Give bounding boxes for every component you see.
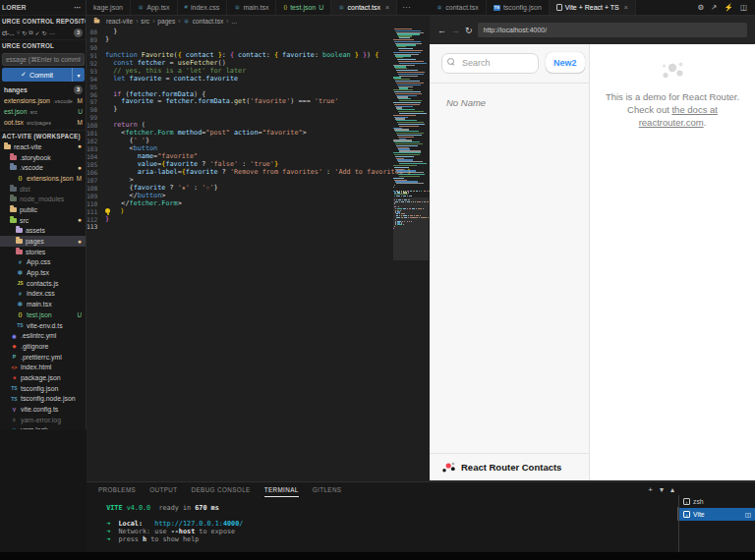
contact-list-item[interactable]: No Name [430,84,589,108]
minimap[interactable] [393,28,429,260]
code-editor[interactable]: 88 }89}9091function Favorite({ contact }… [87,27,430,481]
split-terminal-icon[interactable]: ◫ [745,511,751,519]
terminal-item-vite[interactable]: ›Vite◫ [679,508,755,521]
commit-message-input[interactable] [2,53,85,66]
scm-change-row[interactable]: oot.tsxsrc/pagesM [0,117,86,128]
gear-icon[interactable]: ⚙ [698,3,705,12]
tree-item-app-tsx[interactable]: ⚛App.tsx [0,267,86,278]
tab-app-tsx[interactable]: ⚛App.tsx [131,0,178,15]
panel-tab-problems[interactable]: PROBLEMS [98,482,136,497]
breadcrumb-item[interactable]: ... [232,18,238,25]
minimap-viewport[interactable] [393,197,429,260]
tree-item-yarn-error-log[interactable]: ≡yarn-error.log [0,415,86,425]
new-terminal-icon[interactable]: + [648,485,653,494]
workspace-header[interactable]: ACT-VITE (WORKSPACE) [0,130,86,141]
tree-item-tsconfig-node-json[interactable]: TStsconfig.node.json [0,394,86,405]
url-input[interactable] [478,23,747,37]
tree-item-vite-config-ts[interactable]: Vvite.config.ts [0,404,86,415]
tree-item-app-css[interactable]: #App.css [0,257,86,268]
refresh-icon[interactable]: ↻ [42,29,47,36]
external-icon[interactable]: ↗ [711,3,717,12]
panel-tab-output[interactable]: OUTPUT [149,482,177,497]
tree-item-index-css[interactable]: #index.css [0,289,86,300]
line-number: 88 [87,28,105,36]
new-contact-button[interactable]: New2 [546,52,585,73]
tab-contact-tsx[interactable]: ⚛contact.tsx [430,0,487,15]
panel-tab-debug-console[interactable]: DEBUG CONSOLE [192,482,251,497]
forward-icon[interactable]: → [451,26,460,35]
terminal-item-zsh[interactable]: ›zsh [679,495,755,508]
close-icon[interactable]: × [624,4,628,11]
tree-item-label: dist [20,186,30,193]
tree-item-pages[interactable]: pages● [0,236,86,247]
lightning-icon[interactable]: ⚡ [725,3,733,12]
search-input[interactable] [441,53,539,74]
back-icon[interactable]: ← [437,26,446,35]
tree-item-stories[interactable]: stories [0,247,86,257]
refresh-icon[interactable]: ↻ [22,29,27,36]
changes-section-row[interactable]: hanges 3 [0,84,86,95]
tree-item-assets[interactable]: assets [0,226,86,237]
terminal-output[interactable]: VITE v4.0.0 ready in 670 ms ➜ Local: htt… [98,504,243,543]
tab-tsconfig-json[interactable]: TStsconfig.json [487,0,550,15]
scm-change-row[interactable]: extensions.json.vscodeM [0,95,86,106]
breadcrumb[interactable]: react-vite›src›pages›⚛contact.tsx›... [87,16,430,27]
tab-vite---react---ts[interactable]: Vite + React + TS× [550,0,636,15]
tree-item-tsconfig-json[interactable]: TStsconfig.json [0,383,86,394]
panel-tab-gitlens[interactable]: GITLENS [313,482,342,497]
close-icon[interactable]: × [385,4,389,11]
tabs-overflow-icon[interactable]: ⋯ [397,0,415,15]
terminal-dropdown-icon[interactable]: ▾ [660,485,664,494]
tree-item-public[interactable]: public [0,204,86,215]
breadcrumb-item[interactable]: react-vite [106,18,133,25]
check-icon[interactable]: ✓ [35,29,40,36]
repository-row[interactable]: ct-... ⑂↻⧉✓↻⋯ 3 [0,27,86,39]
tree-item--eslintrc-yml[interactable]: ◉.eslintrc.yml [0,330,86,341]
commit-button-main[interactable]: ✓ Commit [2,68,73,82]
panel-tab-terminal[interactable]: TERMINAL [264,482,299,497]
tree-item-main-tsx[interactable]: ⚛main.tsx [0,299,86,309]
commit-button[interactable]: ✓ Commit ▾ [2,68,85,82]
lightbulb-icon[interactable] [105,208,110,213]
tree-item-contacts-js[interactable]: JScontacts.js [0,278,86,289]
tree-item-node-modules[interactable]: node_modules [0,194,86,204]
scm-repositories-header[interactable]: URCE CONTROL REPOSITORIES [0,15,86,27]
split-icon[interactable]: ◫ [740,3,747,12]
more-icon[interactable]: ⋯ [74,4,81,12]
commit-dropdown-button[interactable]: ▾ [73,68,85,82]
tab-label: test.json [290,4,316,11]
tree-item--gitignore[interactable]: ◆.gitignore [0,341,86,352]
tab-contact-tsx[interactable]: ⚛contact.tsx× [331,0,397,15]
tree-item--vscode[interactable]: .vscode● [0,162,86,173]
tree-item-vite-env-d-ts[interactable]: TSvite-env.d.ts [0,320,86,331]
maximize-panel-icon[interactable]: ▴ [670,485,674,494]
tree-item-package-json[interactable]: ■package.json [0,372,86,383]
tree-item-label: .storybook [20,154,51,161]
folder-icon [10,187,17,192]
breadcrumb-item[interactable]: src [141,18,149,25]
tree-item--prettierrc-yml[interactable]: P.prettierrc.yml [0,352,86,363]
breadcrumb-item[interactable]: pages [157,18,175,25]
tab-main-tsx[interactable]: ⚛main.tsx [227,0,276,15]
tree-item-test-json[interactable]: {}test.jsonU [0,309,86,320]
scm-change-row[interactable]: est.jsonsrcU [0,106,86,117]
tree-item--storybook[interactable]: .storybook [0,152,86,163]
tree-item-index-html[interactable]: <>index.html [0,362,86,372]
tab-index-css[interactable]: #index.css [178,0,228,15]
scm-header[interactable]: URCE CONTROL [0,39,86,51]
tree-item-src[interactable]: src● [0,215,86,226]
line-number: 93 [87,68,105,76]
more-icon[interactable]: ⋯ [49,29,55,36]
reload-icon[interactable]: ↻ [465,26,473,35]
tab-kage-json[interactable]: kage.json [87,0,131,15]
breadcrumb-item[interactable]: contact.tsx [193,18,224,25]
sidebar-empty-area [0,429,87,560]
changes-label: hanges [4,86,28,93]
tree-item-dist[interactable]: dist [0,184,86,195]
branch-icon[interactable]: ⑂ [17,29,21,36]
browser-viewport: New2 No Name React Router Contacts [430,44,755,480]
tree-item-extensions-json[interactable]: {}extensions.jsonM [0,173,86,184]
tab-test-json[interactable]: {}test.jsonU [276,0,331,15]
layers-icon[interactable]: ⧉ [29,29,32,36]
tree-item-react-vite[interactable]: react-vite● [0,141,86,152]
